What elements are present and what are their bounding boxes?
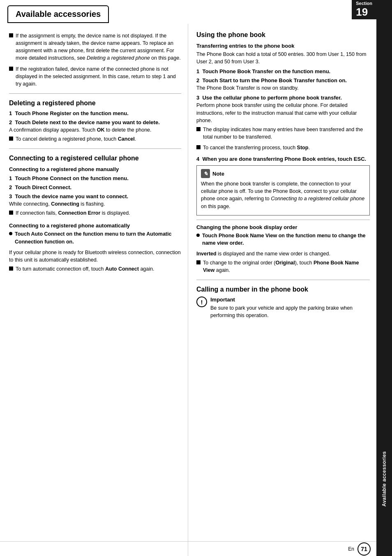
bullet-icon-8 (196, 260, 201, 264)
connecting-auto-bullet-2: To turn automatic connection off, touch … (9, 265, 181, 274)
page: Available accessories Section 19 If the … (0, 0, 392, 556)
connecting-auto-bullet-text: Touch Auto Connect on the function menu … (15, 230, 181, 245)
calling-heading: Calling a number in the phone book (196, 286, 370, 293)
bullet-icon-4 (9, 211, 13, 215)
transferring-step-4: 4 When you are done transferring Phone B… (196, 156, 370, 162)
transferring-body-1: The Phone Book Transfer is now on standb… (196, 84, 370, 92)
transferring-bullet-1-text: The display indicates how many entries h… (203, 126, 370, 141)
connecting-manual-bullet: If connection fails, Connection Error is… (9, 209, 181, 218)
connecting-auto-heading: Connecting to a registered phone automat… (9, 222, 181, 229)
deleting-heading: Deleting a registered phone (9, 100, 181, 107)
changing-bullet-2: To change to the original order (Origina… (196, 259, 370, 276)
connecting-auto-bullet-2-text: To turn automatic connection off, touch … (16, 265, 154, 273)
main-content: If the assignment is empty, the device n… (0, 24, 376, 556)
connecting-manual-bullet-text: If connection fails, Connection Error is… (16, 209, 130, 217)
bullet-icon-2 (9, 67, 13, 71)
intro-bullet-2: If the registration failed, device name … (9, 65, 181, 89)
connecting-manual-step-2: 2 Touch Direct Connect. (9, 184, 181, 190)
divider-1 (9, 93, 181, 94)
changing-heading: Changing the phone book display order (196, 224, 370, 230)
section-number: 19 (356, 6, 372, 19)
changing-bullet-1: Touch Phone Book Name View on the functi… (196, 232, 370, 248)
intro-bullet-1: If the assignment is empty, the device n… (9, 32, 181, 64)
bullet-icon-3 (9, 137, 13, 141)
connecting-manual-body-1: While connecting, Connecting is flashing… (9, 200, 181, 208)
note-label: Note (212, 171, 224, 177)
phone-book-heading: Using the phone book (196, 31, 370, 39)
intro-bullet-1-text: If the assignment is empty, the device n… (16, 32, 181, 62)
important-box: ! Important Be sure to park your vehicle… (196, 297, 370, 321)
sidebar-label: Available accessories (381, 451, 387, 507)
header: Available accessories Section 19 (0, 0, 376, 24)
page-number: 71 (357, 542, 371, 556)
important-icon: ! (196, 297, 207, 307)
note-header: ✎ Note (201, 169, 365, 178)
lang-label: En (348, 546, 354, 552)
transferring-step-1: 1 Touch Phone Book Transfer on the funct… (196, 68, 370, 74)
deleting-bullet: To cancel deleting a registered phone, t… (9, 135, 181, 144)
divider-2 (9, 148, 181, 149)
transferring-intro: The Phone Book can hold a total of 500 e… (196, 51, 370, 65)
bottom-bar: En 71 (0, 541, 376, 556)
left-column: If the assignment is empty, the device n… (0, 24, 188, 556)
transferring-body-2: Perform phone book transfer using the ce… (196, 102, 370, 124)
note-box: ✎ Note When the phone book transfer is c… (196, 165, 370, 215)
transferring-heading: Transferring entries to the phone book (196, 43, 370, 49)
changing-body-1: Inverted is displayed and the name view … (196, 250, 370, 257)
deleting-step-2: 2 Touch Delete next to the device name y… (9, 119, 181, 125)
deleting-body-1: A confirmation display appears. Touch OK… (9, 126, 181, 134)
deleting-bullet-text: To cancel deleting a registered phone, t… (16, 135, 136, 143)
right-column: Using the phone book Transferring entrie… (188, 24, 376, 556)
divider-3 (196, 220, 370, 220)
transferring-bullet-2: To cancel the transferring process, touc… (196, 144, 370, 153)
section-label: Section (356, 1, 372, 6)
connecting-manual-step-1: 1 Touch Phone Connect on the function me… (9, 175, 181, 181)
transferring-bullet-2-text: To cancel the transferring process, touc… (203, 144, 310, 151)
divider-4 (196, 280, 370, 280)
changing-bullet-1-text: Touch Phone Book Name View on the functi… (202, 232, 370, 247)
bullet-icon-7 (196, 145, 201, 149)
connecting-heading: Connecting to a registered cellular phon… (9, 155, 181, 162)
connecting-manual-step-3: 3 Touch the device name you want to conn… (9, 193, 181, 199)
transferring-step-2: 2 Touch Start to turn the Phone Book Tra… (196, 77, 370, 83)
important-text: Be sure to park your vehicle and apply t… (210, 304, 370, 319)
circle-icon-2 (196, 234, 200, 237)
note-text: When the phone book transfer is complete… (201, 180, 365, 210)
changing-bullet-2-text: To change to the original order (Origina… (203, 259, 370, 274)
connecting-auto-bullet-1: Touch Auto Connect on the function menu … (9, 230, 181, 247)
bullet-icon-6 (196, 127, 201, 131)
important-label: Important (210, 297, 370, 303)
bullet-icon (9, 33, 13, 37)
deleting-step-1: 1 Touch Phone Register on the function m… (9, 110, 181, 116)
circle-icon-1 (9, 232, 12, 235)
intro-bullet-2-text: If the registration failed, device name … (16, 65, 181, 88)
transferring-bullet-1: The display indicates how many entries h… (196, 126, 370, 142)
note-icon: ✎ (201, 169, 210, 178)
connecting-manual-heading: Connecting to a registered phone manuall… (9, 166, 181, 172)
page-title: Available accessories (7, 5, 109, 23)
connecting-auto-body-1: If your cellular phone is ready for Blue… (9, 249, 181, 264)
bullet-icon-5 (9, 266, 13, 271)
sidebar: Available accessories (376, 0, 392, 556)
transferring-step-3: 3 Use the cellular phone to perform phon… (196, 95, 370, 101)
section-badge: Section 19 (352, 0, 376, 19)
